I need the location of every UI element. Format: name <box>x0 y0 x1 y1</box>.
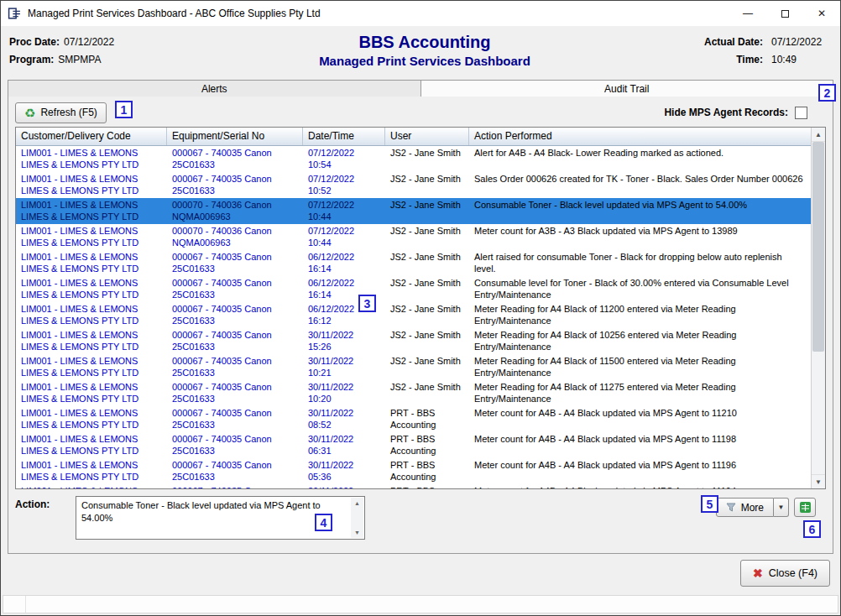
table-row[interactable]: LIM001 - LIMES & LEMONSLIMES & LEMONS PT… <box>16 458 811 484</box>
scrollbar-thumb[interactable] <box>812 142 824 352</box>
equipment-cell: 000067 - 740035 Canon25C01633 <box>167 484 303 488</box>
actual-date-value: 07/12/2022 <box>771 34 832 51</box>
action-cell: Meter count for A4B - A4 Black updated v… <box>469 484 811 488</box>
action-label: Action: <box>15 496 76 540</box>
customer-cell-text: LIMES & LEMONS PTY LTD <box>21 263 162 274</box>
customer-cell: LIM001 - LIMES & LEMONSLIMES & LEMONS PT… <box>16 406 167 432</box>
action-cell: Alert for A4B - A4 Black- Lower Reading … <box>469 146 811 172</box>
column-header-equipment[interactable]: Equipment/Serial No <box>167 128 303 145</box>
action-cell: Meter count for A4B - A4 Black updated v… <box>469 458 811 484</box>
more-dropdown-button[interactable]: ▼ <box>774 498 789 517</box>
action-cell-text: Consumable level for Toner - Black of 30… <box>474 277 806 300</box>
audit-table-body: LIM001 - LIMES & LEMONSLIMES & LEMONS PT… <box>16 146 811 488</box>
annotation-callout-6: 6 <box>803 520 821 538</box>
close-window-icon: ✕ <box>817 8 826 19</box>
table-row[interactable]: LIM001 - LIMES & LEMONSLIMES & LEMONS PT… <box>16 276 811 302</box>
equipment-cell: 000067 - 740035 Canon25C01633 <box>167 354 303 380</box>
equipment-cell-text: 000067 - 740035 Canon <box>172 329 298 341</box>
table-row[interactable]: LIM001 - LIMES & LEMONSLIMES & LEMONS PT… <box>16 354 811 380</box>
datetime-cell: 07/12/202210:44 <box>303 198 385 224</box>
customer-cell-text: LIM001 - LIMES & LEMONS <box>21 381 162 393</box>
customer-cell-text: LIM001 - LIMES & LEMONS <box>21 303 162 315</box>
datetime-cell-text: 30/11/2022 <box>308 355 380 367</box>
action-cell-text: Consumable Toner - Black level updated v… <box>474 199 806 211</box>
column-header-customer[interactable]: Customer/Delivery Code <box>16 128 167 145</box>
close-window-button[interactable]: ✕ <box>803 1 840 26</box>
annotation-callout-5: 5 <box>701 495 718 513</box>
close-button[interactable]: ✖ Close (F4) <box>740 560 830 587</box>
action-cell-text: Alert raised for consumable Toner - Blac… <box>474 251 806 274</box>
table-row[interactable]: LIM001 - LIMES & LEMONSLIMES & LEMONS PT… <box>16 432 811 458</box>
column-header-datetime[interactable]: Date/Time <box>303 128 385 145</box>
action-scroll-up-icon[interactable]: ▲ <box>351 498 363 509</box>
datetime-cell-text: 10:21 <box>308 367 380 378</box>
user-cell-text: JS2 - Jane Smith <box>390 173 464 185</box>
datetime-cell-text: 10:20 <box>308 393 380 405</box>
table-row[interactable]: LIM001 - LIMES & LEMONSLIMES & LEMONS PT… <box>16 328 811 354</box>
table-row[interactable]: LIM001 - LIMES & LEMONSLIMES & LEMONS PT… <box>16 146 811 172</box>
datetime-cell: 30/11/202206:31 <box>303 432 385 458</box>
datetime-cell: 07/12/202210:54 <box>303 146 385 172</box>
datetime-cell-text: 06/12/2022 <box>308 277 380 289</box>
equipment-cell-text: 000067 - 740035 Canon <box>172 433 298 445</box>
export-button[interactable] <box>794 498 816 517</box>
refresh-button-label: Refresh (F5) <box>40 107 97 118</box>
column-header-action[interactable]: Action Performed <box>469 128 811 145</box>
action-scroll-down-icon[interactable]: ▼ <box>351 527 363 538</box>
table-row[interactable]: LIM001 - LIMES & LEMONSLIMES & LEMONS PT… <box>16 224 811 250</box>
customer-cell-text: LIM001 - LIMES & LEMONS <box>21 459 162 471</box>
more-button-label: More <box>741 502 764 514</box>
hide-mps-checkbox[interactable] <box>795 107 807 119</box>
customer-cell: LIM001 - LIMES & LEMONSLIMES & LEMONS PT… <box>16 328 167 354</box>
customer-cell-text: LIM001 - LIMES & LEMONS <box>21 329 162 341</box>
table-row[interactable]: LIM001 - LIMES & LEMONSLIMES & LEMONS PT… <box>16 250 811 276</box>
action-scrollbar[interactable]: ▲ ▼ <box>351 498 363 538</box>
maximize-button[interactable] <box>766 1 803 26</box>
action-cell: Meter Reading for A4 Black of 11275 ente… <box>469 380 811 406</box>
maximize-icon <box>781 10 789 18</box>
action-cell-text: Sales Order 000626 created for TK - Tone… <box>474 173 806 185</box>
user-cell: JS2 - Jane Smith <box>385 328 469 354</box>
chevron-down-icon: ▼ <box>778 504 785 511</box>
table-row[interactable]: LIM001 - LIMES & LEMONSLIMES & LEMONS PT… <box>16 380 811 406</box>
audit-trail-panel: ♻ Refresh (F5) Hide MPS Agent Records: C… <box>8 97 833 554</box>
datetime-cell-text: 05:36 <box>308 471 380 483</box>
datetime-cell-text: 07/12/2022 <box>308 173 380 185</box>
table-row[interactable]: LIM001 - LIMES & LEMONSLIMES & LEMONS PT… <box>16 484 811 488</box>
customer-cell: LIM001 - LIMES & LEMONSLIMES & LEMONS PT… <box>16 276 167 302</box>
action-cell: Alert raised for consumable Toner - Blac… <box>469 250 811 276</box>
table-row[interactable]: LIM001 - LIMES & LEMONSLIMES & LEMONS PT… <box>16 406 811 432</box>
column-header-user[interactable]: User <box>385 128 469 145</box>
filter-icon <box>726 503 736 513</box>
status-bar <box>3 595 838 613</box>
user-cell: PRT - BBS Accounting <box>385 406 469 432</box>
minimize-button[interactable]: — <box>729 1 766 26</box>
table-row[interactable]: LIM001 - LIMES & LEMONSLIMES & LEMONS PT… <box>16 302 811 328</box>
equipment-cell-text: 25C01633 <box>172 289 298 300</box>
table-header: Customer/Delivery Code Equipment/Serial … <box>16 128 811 146</box>
customer-cell-text: LIM001 - LIMES & LEMONS <box>21 355 162 367</box>
header-titles: BBS Accounting Managed Print Services Da… <box>198 31 651 78</box>
more-button[interactable]: More <box>716 498 774 517</box>
datetime-cell: 07/12/202210:52 <box>303 172 385 198</box>
datetime-cell-text: 07/12/2022 <box>308 147 380 159</box>
tab-alerts[interactable]: Alerts <box>8 80 421 98</box>
scroll-down-icon[interactable]: ▼ <box>812 474 825 488</box>
app-subtitle: Managed Print Services Dashboard <box>198 53 651 70</box>
scroll-up-icon[interactable]: ▲ <box>812 128 825 142</box>
toolbar-right: Hide MPS Agent Records: <box>664 107 807 119</box>
equipment-cell-text: 000067 - 740035 Canon <box>172 147 298 159</box>
action-cell: Consumable level for Toner - Black of 30… <box>469 276 811 302</box>
customer-cell-text: LIMES & LEMONS PTY LTD <box>21 237 162 248</box>
action-cell-text: Meter Reading for A4 Black of 11500 ente… <box>474 355 806 378</box>
table-scrollbar[interactable]: ▲ ▼ <box>811 128 825 488</box>
action-cell: Meter Reading for A4 Black of 10256 ente… <box>469 328 811 354</box>
refresh-button[interactable]: ♻ Refresh (F5) <box>15 102 107 123</box>
table-row[interactable]: LIM001 - LIMES & LEMONSLIMES & LEMONS PT… <box>16 198 811 224</box>
user-cell-text: JS2 - Jane Smith <box>390 277 464 289</box>
equipment-cell: 000067 - 740035 Canon25C01633 <box>167 172 303 198</box>
tab-audit-trail[interactable]: Audit Trail <box>421 80 834 98</box>
datetime-cell-text: 07/12/2022 <box>308 199 380 211</box>
action-text: Consumable Toner - Black level updated v… <box>81 500 321 523</box>
table-row[interactable]: LIM001 - LIMES & LEMONSLIMES & LEMONS PT… <box>16 172 811 198</box>
